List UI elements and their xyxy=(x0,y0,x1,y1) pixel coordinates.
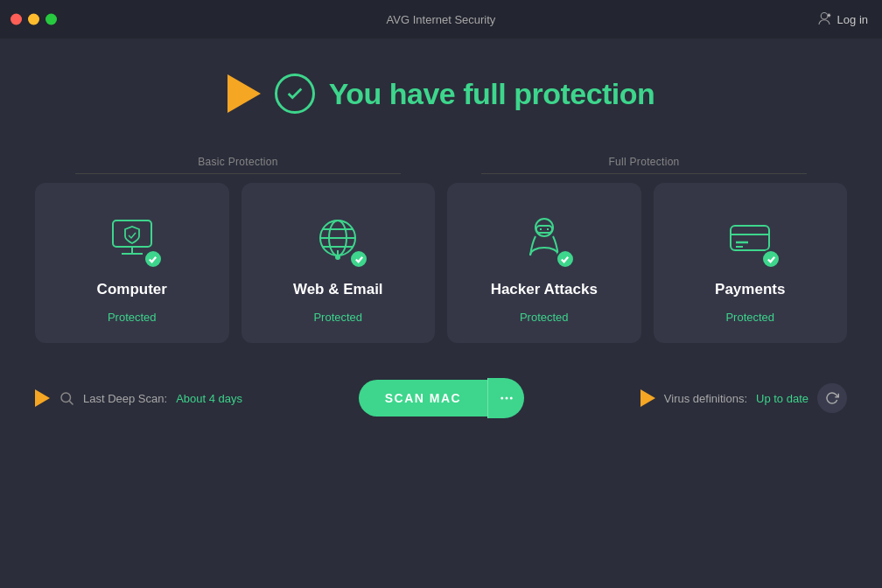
cards-row: Computer Protected xyxy=(35,183,847,343)
basic-protection-label-group: Basic Protection xyxy=(35,156,441,174)
refresh-icon xyxy=(825,391,839,405)
web-email-icon-wrap xyxy=(307,207,368,269)
svg-point-22 xyxy=(505,397,508,400)
svg-rect-12 xyxy=(536,226,552,233)
refresh-button[interactable] xyxy=(817,383,847,413)
scan-label: Last Deep Scan: xyxy=(83,392,167,405)
full-protection-label: Full Protection xyxy=(608,156,679,168)
payments-card[interactable]: Payments Protected xyxy=(654,183,848,343)
computer-card-status: Protected xyxy=(108,311,157,324)
main-content: You have full protection Basic Protectio… xyxy=(0,38,882,588)
computer-check-badge xyxy=(144,249,163,269)
computer-card-title: Computer xyxy=(97,281,167,298)
basic-protection-label: Basic Protection xyxy=(198,156,278,168)
hero-section: You have full protection xyxy=(228,74,655,114)
scan-time: About 4 days xyxy=(176,392,242,405)
payments-card-title: Payments xyxy=(715,281,785,298)
hacker-card-title: Hacker Attacks xyxy=(491,281,598,298)
play-arrow-icon xyxy=(228,74,261,113)
payments-check-badge xyxy=(761,249,780,269)
scan-more-button[interactable] xyxy=(487,378,524,418)
payments-card-status: Protected xyxy=(725,311,774,324)
web-email-card-title: Web & Email xyxy=(293,281,383,298)
check-circle-icon xyxy=(275,74,315,114)
svg-point-11 xyxy=(536,219,553,236)
close-button[interactable] xyxy=(10,14,22,25)
svg-point-9 xyxy=(335,255,340,260)
computer-icon-wrap xyxy=(102,207,163,269)
traffic-lights xyxy=(10,14,57,25)
search-icon xyxy=(59,390,74,406)
full-protection-label-group: Full Protection xyxy=(441,156,847,174)
login-area[interactable]: Log in xyxy=(816,11,868,27)
web-check-badge xyxy=(349,249,368,269)
maximize-button[interactable] xyxy=(46,14,57,25)
titlebar: AVG Internet Security Log in xyxy=(0,0,882,38)
virus-status: Up to date xyxy=(756,392,808,405)
svg-line-20 xyxy=(69,401,73,404)
minimize-button[interactable] xyxy=(28,14,39,25)
hacker-card-status: Protected xyxy=(520,311,569,324)
section-labels: Basic Protection Full Protection xyxy=(35,156,847,174)
scan-button-group: SCAN MAC xyxy=(359,378,524,418)
payments-icon-wrap xyxy=(719,207,780,269)
computer-card[interactable]: Computer Protected xyxy=(35,183,229,343)
scan-mac-button[interactable]: SCAN MAC xyxy=(359,380,487,416)
right-arrow-icon xyxy=(640,389,655,407)
protection-sections: Basic Protection Full Protection xyxy=(35,156,847,343)
bottom-bar: Last Deep Scan: About 4 days SCAN MAC Vi… xyxy=(35,378,847,418)
login-icon xyxy=(816,11,832,27)
login-label: Log in xyxy=(837,13,868,26)
left-arrow-icon xyxy=(35,389,50,407)
virus-definitions-area: Virus definitions: Up to date xyxy=(640,383,847,413)
hacker-check-badge xyxy=(556,249,575,269)
dots-icon xyxy=(499,390,514,406)
hacker-card[interactable]: Hacker Attacks Protected xyxy=(447,183,641,343)
last-scan-area: Last Deep Scan: About 4 days xyxy=(35,389,242,407)
svg-point-21 xyxy=(500,397,503,400)
hacker-icon-wrap xyxy=(514,207,575,269)
web-email-card-status: Protected xyxy=(313,311,362,324)
web-email-card[interactable]: Web & Email Protected xyxy=(242,183,436,343)
svg-point-19 xyxy=(61,393,71,402)
hero-text: You have full protection xyxy=(329,77,655,111)
basic-section-line xyxy=(75,173,400,174)
virus-label: Virus definitions: xyxy=(664,392,747,405)
full-section-line xyxy=(481,173,806,174)
app-title: AVG Internet Security xyxy=(387,13,496,26)
svg-point-23 xyxy=(509,397,512,400)
